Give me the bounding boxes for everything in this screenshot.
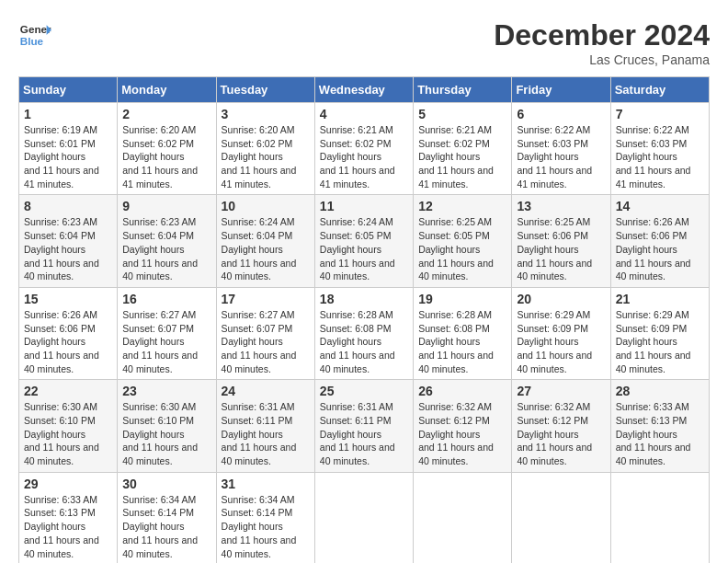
weekday-header-wednesday: Wednesday — [314, 77, 413, 103]
day-info: Sunrise: 6:22 AMSunset: 6:03 PMDaylight … — [616, 124, 691, 190]
calendar-week-row: 8 Sunrise: 6:23 AMSunset: 6:04 PMDayligh… — [19, 195, 710, 287]
day-number: 17 — [222, 292, 310, 306]
day-number: 24 — [222, 384, 310, 398]
day-info: Sunrise: 6:31 AMSunset: 6:11 PMDaylight … — [222, 401, 297, 466]
day-info: Sunrise: 6:33 AMSunset: 6:13 PMDaylight … — [24, 494, 99, 559]
calendar-cell: 16 Sunrise: 6:27 AMSunset: 6:07 PMDaylig… — [118, 287, 216, 379]
calendar-cell: 24 Sunrise: 6:31 AMSunset: 6:11 PMDaylig… — [216, 380, 314, 472]
calendar-cell: 5 Sunrise: 6:21 AMSunset: 6:02 PMDayligh… — [414, 103, 512, 195]
day-number: 27 — [517, 384, 605, 398]
calendar-cell: 14 Sunrise: 6:26 AMSunset: 6:06 PMDaylig… — [610, 195, 709, 287]
day-info: Sunrise: 6:21 AMSunset: 6:02 PMDaylight … — [418, 124, 494, 190]
logo: General Blue — [18, 18, 51, 52]
day-info: Sunrise: 6:26 AMSunset: 6:06 PMDaylight … — [24, 309, 99, 374]
day-info: Sunrise: 6:25 AMSunset: 6:06 PMDaylight … — [517, 216, 592, 282]
location: Las Cruces, Panama — [494, 52, 710, 67]
calendar-cell: 27 Sunrise: 6:32 AMSunset: 6:12 PMDaylig… — [512, 380, 610, 472]
calendar-cell: 9 Sunrise: 6:23 AMSunset: 6:04 PMDayligh… — [118, 195, 216, 287]
day-number: 10 — [222, 199, 310, 213]
day-number: 1 — [24, 107, 112, 121]
day-info: Sunrise: 6:29 AMSunset: 6:09 PMDaylight … — [616, 309, 691, 374]
calendar-cell: 20 Sunrise: 6:29 AMSunset: 6:09 PMDaylig… — [512, 287, 610, 379]
calendar-cell: 4 Sunrise: 6:21 AMSunset: 6:02 PMDayligh… — [314, 103, 413, 195]
day-info: Sunrise: 6:28 AMSunset: 6:08 PMDaylight … — [418, 309, 494, 374]
day-info: Sunrise: 6:29 AMSunset: 6:09 PMDaylight … — [517, 309, 592, 374]
calendar-cell: 12 Sunrise: 6:25 AMSunset: 6:05 PMDaylig… — [414, 195, 512, 287]
calendar-cell: 18 Sunrise: 6:28 AMSunset: 6:08 PMDaylig… — [314, 287, 413, 379]
day-info: Sunrise: 6:26 AMSunset: 6:06 PMDaylight … — [616, 216, 691, 282]
day-number: 18 — [320, 292, 408, 306]
calendar-cell: 11 Sunrise: 6:24 AMSunset: 6:05 PMDaylig… — [314, 195, 413, 287]
day-number: 30 — [122, 477, 210, 491]
calendar-cell: 7 Sunrise: 6:22 AMSunset: 6:03 PMDayligh… — [610, 103, 709, 195]
title-block: December 2024 Las Cruces, Panama — [494, 18, 710, 67]
calendar-cell: 21 Sunrise: 6:29 AMSunset: 6:09 PMDaylig… — [610, 287, 709, 379]
day-info: Sunrise: 6:27 AMSunset: 6:07 PMDaylight … — [122, 309, 198, 374]
calendar-cell: 17 Sunrise: 6:27 AMSunset: 6:07 PMDaylig… — [216, 287, 314, 379]
day-number: 3 — [222, 107, 310, 121]
day-info: Sunrise: 6:33 AMSunset: 6:13 PMDaylight … — [616, 401, 691, 466]
day-info: Sunrise: 6:30 AMSunset: 6:10 PMDaylight … — [24, 401, 99, 466]
calendar-cell — [512, 472, 610, 563]
calendar-week-row: 1 Sunrise: 6:19 AMSunset: 6:01 PMDayligh… — [19, 103, 710, 195]
calendar-cell: 2 Sunrise: 6:20 AMSunset: 6:02 PMDayligh… — [118, 103, 216, 195]
day-info: Sunrise: 6:30 AMSunset: 6:10 PMDaylight … — [122, 401, 198, 466]
calendar-cell: 6 Sunrise: 6:22 AMSunset: 6:03 PMDayligh… — [512, 103, 610, 195]
day-info: Sunrise: 6:19 AMSunset: 6:01 PMDaylight … — [24, 124, 99, 190]
calendar-cell: 30 Sunrise: 6:34 AMSunset: 6:14 PMDaylig… — [118, 472, 216, 563]
day-number: 14 — [616, 199, 704, 213]
day-info: Sunrise: 6:20 AMSunset: 6:02 PMDaylight … — [122, 124, 198, 190]
day-info: Sunrise: 6:25 AMSunset: 6:05 PMDaylight … — [418, 216, 494, 282]
calendar-cell: 22 Sunrise: 6:30 AMSunset: 6:10 PMDaylig… — [19, 380, 118, 472]
calendar-cell: 15 Sunrise: 6:26 AMSunset: 6:06 PMDaylig… — [19, 287, 118, 379]
day-number: 20 — [517, 292, 605, 306]
calendar-header: SundayMondayTuesdayWednesdayThursdayFrid… — [19, 77, 710, 103]
day-info: Sunrise: 6:32 AMSunset: 6:12 PMDaylight … — [517, 401, 592, 466]
weekday-header-saturday: Saturday — [610, 77, 709, 103]
day-info: Sunrise: 6:28 AMSunset: 6:08 PMDaylight … — [320, 309, 395, 374]
day-number: 26 — [418, 384, 506, 398]
calendar-body: 1 Sunrise: 6:19 AMSunset: 6:01 PMDayligh… — [19, 103, 710, 564]
day-number: 11 — [320, 199, 408, 213]
calendar-cell: 3 Sunrise: 6:20 AMSunset: 6:02 PMDayligh… — [216, 103, 314, 195]
day-number: 4 — [320, 107, 408, 121]
day-info: Sunrise: 6:34 AMSunset: 6:14 PMDaylight … — [122, 494, 198, 559]
calendar-cell: 10 Sunrise: 6:24 AMSunset: 6:04 PMDaylig… — [216, 195, 314, 287]
day-info: Sunrise: 6:24 AMSunset: 6:04 PMDaylight … — [222, 216, 297, 282]
calendar-week-row: 29 Sunrise: 6:33 AMSunset: 6:13 PMDaylig… — [19, 472, 710, 563]
day-info: Sunrise: 6:31 AMSunset: 6:11 PMDaylight … — [320, 401, 395, 466]
day-number: 12 — [418, 199, 506, 213]
day-info: Sunrise: 6:23 AMSunset: 6:04 PMDaylight … — [24, 216, 99, 282]
day-info: Sunrise: 6:20 AMSunset: 6:02 PMDaylight … — [222, 124, 297, 190]
day-number: 16 — [122, 292, 210, 306]
day-number: 13 — [517, 199, 605, 213]
calendar-cell — [414, 472, 512, 563]
day-number: 25 — [320, 384, 408, 398]
calendar-week-row: 15 Sunrise: 6:26 AMSunset: 6:06 PMDaylig… — [19, 287, 710, 379]
calendar-cell: 23 Sunrise: 6:30 AMSunset: 6:10 PMDaylig… — [118, 380, 216, 472]
calendar-week-row: 22 Sunrise: 6:30 AMSunset: 6:10 PMDaylig… — [19, 380, 710, 472]
page-header: General Blue December 2024 Las Cruces, P… — [18, 18, 710, 67]
day-number: 23 — [122, 384, 210, 398]
day-info: Sunrise: 6:27 AMSunset: 6:07 PMDaylight … — [222, 309, 297, 374]
calendar-cell: 8 Sunrise: 6:23 AMSunset: 6:04 PMDayligh… — [19, 195, 118, 287]
day-info: Sunrise: 6:24 AMSunset: 6:05 PMDaylight … — [320, 216, 395, 282]
calendar-cell: 31 Sunrise: 6:34 AMSunset: 6:14 PMDaylig… — [216, 472, 314, 563]
day-info: Sunrise: 6:23 AMSunset: 6:04 PMDaylight … — [122, 216, 198, 282]
weekday-header-friday: Friday — [512, 77, 610, 103]
day-info: Sunrise: 6:34 AMSunset: 6:14 PMDaylight … — [222, 494, 297, 559]
day-number: 8 — [24, 199, 112, 213]
day-info: Sunrise: 6:21 AMSunset: 6:02 PMDaylight … — [320, 124, 395, 190]
month-title: December 2024 — [494, 18, 710, 52]
day-number: 7 — [616, 107, 704, 121]
day-number: 28 — [616, 384, 704, 398]
svg-text:Blue: Blue — [20, 35, 44, 47]
weekday-header-row: SundayMondayTuesdayWednesdayThursdayFrid… — [19, 77, 710, 103]
day-number: 5 — [418, 107, 506, 121]
calendar-cell: 25 Sunrise: 6:31 AMSunset: 6:11 PMDaylig… — [314, 380, 413, 472]
day-number: 19 — [418, 292, 506, 306]
day-number: 22 — [24, 384, 112, 398]
day-number: 21 — [616, 292, 704, 306]
calendar-cell: 26 Sunrise: 6:32 AMSunset: 6:12 PMDaylig… — [414, 380, 512, 472]
calendar-cell: 19 Sunrise: 6:28 AMSunset: 6:08 PMDaylig… — [414, 287, 512, 379]
